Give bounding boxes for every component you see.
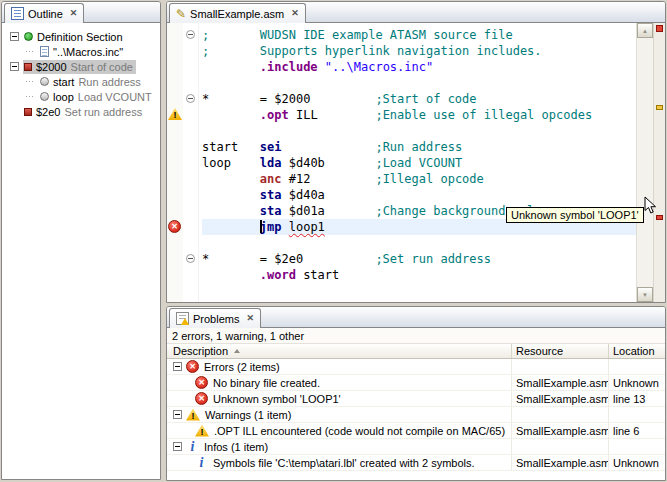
column-header-label: Resource	[516, 345, 563, 357]
tree-item-content: loopLoad VCOUNT	[39, 90, 155, 104]
editor-view: ✎ SmallExample.asm ✕ ; WUDSN IDE example…	[166, 1, 666, 303]
close-icon[interactable]: ✕	[70, 9, 78, 18]
code-line[interactable]: start sei ;Run address	[202, 139, 636, 155]
outline-tree: Definition Section"..\Macros.inc"$2000St…	[2, 23, 160, 479]
problem-description-cell: Warnings (1 item)	[167, 407, 512, 422]
column-header-location[interactable]: Location	[609, 344, 665, 358]
problem-resource-cell	[512, 359, 609, 374]
scrollbar-up-button[interactable]	[637, 23, 653, 38]
red-square-icon	[24, 63, 32, 71]
problems-tab-label: Problems	[193, 313, 239, 325]
problem-row[interactable]: Unknown symbol 'LOOP1'SmallExample.asmli…	[167, 391, 665, 407]
editor-vertical-scrollbar[interactable]	[636, 23, 653, 302]
mouse-cursor	[644, 196, 657, 215]
column-header-resource[interactable]: Resource	[512, 344, 609, 358]
problems-view: Problems ✕ 2 errors, 1 warning, 1 other …	[166, 306, 666, 481]
problem-description-cell: Errors (2 items)	[167, 359, 512, 374]
code-line[interactable]	[202, 235, 636, 251]
code-line[interactable]: ; Supports hyperlink navigation includes…	[202, 43, 636, 59]
problem-text: Infos (1 item)	[204, 441, 268, 453]
problem-resource-cell	[512, 407, 609, 422]
pencil-icon: ✎	[176, 8, 186, 20]
fold-margin	[183, 23, 199, 302]
problem-row[interactable]: Symbols file 'C:\temp\atari.lbl' created…	[167, 455, 665, 471]
error-icon	[186, 360, 199, 373]
fold-collapse-icon[interactable]	[186, 254, 195, 263]
tree-collapse-icon[interactable]	[10, 32, 19, 41]
code-line[interactable]: .include "..\Macros.inc"	[202, 59, 636, 75]
outline-tab-label: Outline	[28, 8, 63, 20]
tree-item-content: startRun address	[39, 75, 144, 89]
code-line[interactable]: * = $2e0 ;Set run address	[202, 251, 636, 267]
outline-item-loop[interactable]: loopLoad VCOUNT	[2, 89, 160, 104]
tree-collapse-icon[interactable]	[10, 62, 19, 71]
code-line[interactable]: anc #12 ;Illegal opcode	[202, 171, 636, 187]
code-line[interactable]: * = $2000 ;Start of code	[202, 91, 636, 107]
code-area[interactable]: ; WUDSN IDE example ATASM source file; S…	[199, 23, 636, 302]
problems-table-header: Description Resource Location	[167, 344, 665, 359]
expander-icon[interactable]	[173, 442, 182, 451]
tree-item-content: $2000Start of code	[23, 60, 136, 74]
editor-tabbar: ✎ SmallExample.asm ✕	[167, 2, 665, 23]
overview-ruler[interactable]	[653, 23, 665, 302]
problem-location-cell: line 13	[609, 391, 665, 406]
problem-row[interactable]: No binary file created.SmallExample.asmU…	[167, 375, 665, 391]
tree-item-secondary-label: Load VCOUNT	[78, 91, 152, 103]
problem-row[interactable]: .OPT ILL encountered (code would not com…	[167, 423, 665, 439]
problem-text: Warnings (1 item)	[205, 409, 291, 421]
column-header-label: Location	[613, 345, 655, 357]
tree-connector	[10, 107, 19, 116]
problem-description-cell: .OPT ILL encountered (code would not com…	[167, 423, 512, 438]
overview-warning-mark[interactable]	[656, 105, 663, 110]
close-icon[interactable]: ✕	[291, 9, 299, 18]
tree-item-secondary-label: Set run address	[64, 106, 142, 118]
problem-text: Symbols file 'C:\temp\atari.lbl' created…	[213, 457, 475, 469]
overview-error-mark[interactable]	[656, 215, 663, 220]
close-icon[interactable]: ✕	[246, 314, 254, 323]
column-header-description[interactable]: Description	[167, 344, 512, 358]
outline-item-start[interactable]: startRun address	[2, 74, 160, 89]
problem-group-row[interactable]: Warnings (1 item)	[167, 407, 665, 423]
tree-connector	[26, 96, 35, 97]
outline-item-macros-inc[interactable]: "..\Macros.inc"	[2, 44, 160, 59]
fold-collapse-icon[interactable]	[186, 30, 195, 39]
outline-tabbar: Outline ✕	[2, 2, 160, 23]
code-line[interactable]	[202, 75, 636, 91]
text-caret	[260, 220, 262, 233]
problem-resource-cell: SmallExample.asm	[512, 455, 609, 470]
problem-group-row[interactable]: Errors (2 items)	[167, 359, 665, 375]
problems-tabbar: Problems ✕	[167, 307, 665, 328]
editor-tab-label: SmallExample.asm	[190, 8, 284, 20]
tree-connector	[26, 81, 35, 82]
tab-editor[interactable]: ✎ SmallExample.asm ✕	[169, 3, 306, 23]
code-line[interactable]: sta $d40a	[202, 187, 636, 203]
expander-icon[interactable]	[173, 410, 182, 419]
code-line[interactable]: loop lda $d40b ;Load VCOUNT	[202, 155, 636, 171]
code-line[interactable]: ; WUDSN IDE example ATASM source file	[202, 27, 636, 43]
problems-summary: 2 errors, 1 warning, 1 other	[167, 328, 665, 344]
info-icon	[186, 440, 199, 453]
problems-view-icon	[176, 312, 189, 325]
problem-description-cell: Symbols file 'C:\temp\atari.lbl' created…	[167, 455, 512, 470]
expander-icon[interactable]	[173, 362, 182, 371]
fold-collapse-icon[interactable]	[186, 94, 195, 103]
code-line[interactable]: .word start	[202, 267, 636, 283]
problem-group-row[interactable]: Infos (1 item)	[167, 439, 665, 455]
tree-item-content: Definition Section	[23, 30, 126, 44]
warning-icon	[186, 409, 200, 421]
tab-outline[interactable]: Outline ✕	[4, 3, 84, 23]
scrollbar-down-button[interactable]	[637, 287, 653, 302]
tab-problems[interactable]: Problems ✕	[169, 308, 261, 328]
outline-item-definition-section[interactable]: Definition Section	[2, 29, 160, 44]
outline-item-2e0[interactable]: $2e0Set run address	[2, 104, 160, 119]
code-line[interactable]	[202, 123, 636, 139]
outline-item-2000[interactable]: $2000Start of code	[2, 59, 160, 74]
tree-item-secondary-label: Start of code	[71, 61, 133, 73]
tree-item-label: Definition Section	[37, 31, 123, 43]
problem-location-cell: Unknown	[609, 375, 665, 390]
outline-view: Outline ✕ Definition Section"..\Macros.i…	[1, 1, 161, 480]
tree-connector	[26, 51, 35, 52]
code-line[interactable]: .opt ILL ;Enable use of illegal opcodes	[202, 107, 636, 123]
tree-item-secondary-label: Run address	[78, 76, 140, 88]
red-square-icon	[24, 108, 32, 116]
